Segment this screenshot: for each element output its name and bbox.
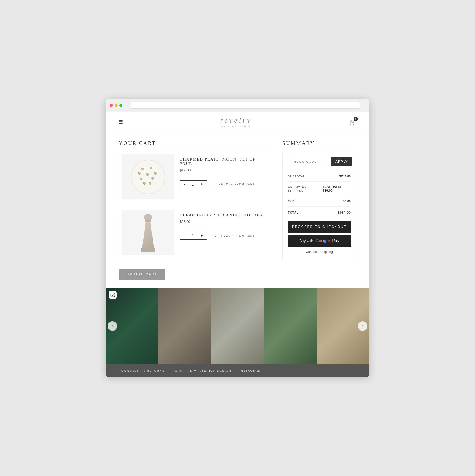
footer-link-returns[interactable]: / RETURNS — [144, 369, 164, 372]
page-content: ☰ revelry BY PURVI PADIA 🛒 2 YOUR CART — [106, 112, 369, 377]
gpay-button[interactable]: Buy with Google Pay — [288, 235, 351, 247]
cart-title: YOUR CART — [119, 140, 272, 146]
dot-yellow[interactable] — [115, 104, 118, 107]
candle-base — [141, 248, 155, 252]
apply-button[interactable]: APPLY — [331, 157, 352, 166]
footer-link-instagram[interactable]: / INSTAGRAM — [237, 369, 261, 372]
footer-link-contact[interactable]: / CONTACT — [119, 369, 139, 372]
total-label: TOTAL — [288, 211, 299, 214]
subtotal-value: $244.00 — [339, 175, 351, 178]
footer-link-interior-design[interactable]: / PURVI PADIA INTERIOR DESIGN — [170, 369, 231, 372]
shipping-row: ESTIMATED SHIPPING FLAT RATE: $20.00 — [288, 182, 351, 196]
summary-box: APPLY SUBTOTAL $244.00 ESTIMATED SHIPPIN… — [282, 152, 356, 259]
remove-link-2[interactable]: REMOVE FROM CART — [215, 234, 255, 237]
total-row: TOTAL $264.00 — [288, 207, 351, 218]
pay-text: Pay — [332, 238, 339, 243]
instagram-photo-2[interactable] — [158, 288, 211, 364]
qty-decrease-1[interactable]: - — [183, 182, 186, 187]
cart-icon-container[interactable]: 🛒 2 — [349, 119, 356, 125]
main-content: YOUR CART — [106, 132, 369, 288]
promo-row: APPLY — [288, 157, 351, 166]
instagram-photo-3[interactable] — [211, 288, 264, 364]
quantity-control-2: - 1 + — [180, 232, 207, 240]
candle-neck — [145, 219, 151, 222]
item-name-2: BLEACHED TAPER CANDLE HOLDER — [180, 213, 266, 218]
tax-row: TAX $0.00 — [288, 196, 351, 207]
cart-badge: 2 — [354, 117, 358, 121]
instagram-photo-4[interactable] — [264, 288, 317, 364]
logo-container: revelry BY PURVI PADIA — [220, 116, 252, 128]
summary-section: SUMMARY APPLY SUBTOTAL $244.00 ESTIMATED — [282, 140, 356, 280]
dot-red[interactable] — [110, 104, 113, 107]
tax-value: $0.00 — [343, 200, 351, 203]
continue-shopping-link[interactable]: Continue Shopping — [288, 250, 351, 254]
subtotal-row: SUBTOTAL $244.00 — [288, 171, 351, 182]
total-value: $264.00 — [337, 210, 351, 215]
instagram-prev-button[interactable]: ‹ — [108, 321, 117, 331]
browser-window: ☰ revelry BY PURVI PADIA 🛒 2 YOUR CART — [106, 99, 369, 377]
instagram-next-button[interactable]: › — [358, 321, 367, 331]
footer: / CONTACT / RETURNS / PURVI PADIA INTERI… — [106, 364, 369, 377]
update-cart-button[interactable]: UPDATE CART — [119, 269, 165, 280]
item-controls-2: - 1 + REMOVE FROM CART — [180, 232, 266, 240]
logo-main: revelry — [220, 116, 252, 125]
cart-item-details-1: CHARMED PLATE, MOON, SET OF FOUR $176.00… — [180, 154, 269, 199]
remove-link-1[interactable]: REMOVE FROM CART — [215, 183, 255, 186]
item-name-1: CHARMED PLATE, MOON, SET OF FOUR — [180, 157, 266, 166]
gpay-text: Buy with — [299, 239, 313, 243]
hamburger-icon[interactable]: ☰ — [119, 119, 123, 125]
product-image-2 — [122, 210, 174, 255]
svg-rect-0 — [111, 293, 115, 297]
checkout-button[interactable]: PROCEED TO CHECKOUT — [288, 221, 351, 233]
table-row: CHARMED PLATE, MOON, SET OF FOUR $176.00… — [119, 152, 272, 202]
tax-label: TAX — [288, 200, 294, 203]
browser-dots — [110, 104, 122, 107]
logo-sub: BY PURVI PADIA — [220, 125, 252, 128]
instagram-icon — [109, 291, 117, 299]
promo-input[interactable] — [288, 157, 331, 166]
candle-top — [144, 214, 152, 219]
cart-item-details-2: BLEACHED TAPER CANDLE HOLDER $68.00 - 1 … — [180, 210, 269, 255]
table-row: BLEACHED TAPER CANDLE HOLDER $68.00 - 1 … — [119, 208, 272, 258]
instagram-section: ‹ › — [106, 288, 369, 364]
subtotal-label: SUBTOTAL — [288, 175, 305, 178]
qty-value-1: 1 — [190, 182, 195, 186]
dot-green[interactable] — [119, 104, 122, 107]
address-bar[interactable] — [131, 102, 360, 109]
header: ☰ revelry BY PURVI PADIA 🛒 2 — [106, 112, 369, 132]
candle-holder-image — [141, 214, 155, 252]
shipping-value: FLAT RATE: $20.00 — [323, 185, 351, 192]
qty-decrease-2[interactable]: - — [183, 233, 186, 238]
cart-section: YOUR CART — [119, 140, 272, 280]
qty-value-2: 1 — [190, 234, 195, 238]
gpay-logo: Google — [315, 238, 330, 243]
item-divider-1 — [180, 176, 266, 176]
product-image-1 — [122, 154, 174, 199]
plate-image — [131, 160, 165, 194]
item-price-1: $176.00 — [180, 168, 266, 172]
shipping-label: ESTIMATED SHIPPING — [288, 185, 323, 193]
quantity-control-1: - 1 + — [180, 180, 207, 188]
item-divider-2 — [180, 228, 266, 228]
item-controls-1: - 1 + REMOVE FROM CART — [180, 180, 266, 188]
qty-increase-1[interactable]: + — [199, 182, 204, 187]
candle-body — [142, 222, 154, 248]
summary-title: SUMMARY — [282, 140, 356, 146]
instagram-grid — [106, 288, 369, 364]
item-price-2: $68.00 — [180, 220, 266, 224]
qty-increase-2[interactable]: + — [199, 233, 204, 238]
browser-chrome — [106, 99, 369, 112]
